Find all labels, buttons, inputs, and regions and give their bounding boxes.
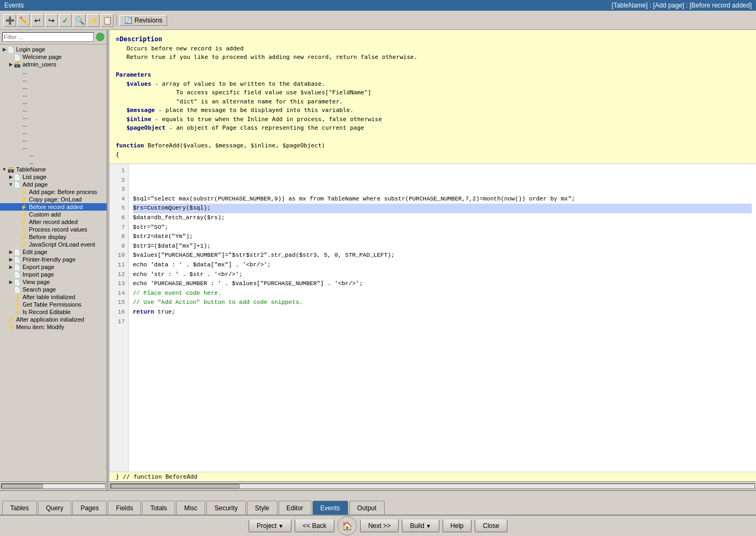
tree-item-list-page[interactable]: ▶ 📄 List page [0, 173, 107, 181]
left-hscroll-track[interactable] [1, 483, 106, 489]
tree-item-edit-page[interactable]: ▶ 📄 Edit page [0, 248, 107, 256]
left-hscroll-thumb[interactable] [2, 484, 43, 488]
back-button[interactable]: << Back [295, 519, 334, 532]
undo-button[interactable]: ↩ [31, 14, 44, 27]
tree-item-after-app-initialized[interactable]: ⚡ After application initialized [0, 316, 107, 323]
tree-item-grp11[interactable]: ... [0, 143, 107, 151]
tree-item-grp2[interactable]: ... [0, 76, 107, 83]
tree-item-before-record-added[interactable]: ⚡ Before record added [0, 203, 107, 211]
tree-label: Before record added [28, 204, 84, 210]
tab-misc[interactable]: Misc [176, 501, 206, 515]
line-number-11: 11 [113, 260, 125, 270]
tree-item-login-page[interactable]: ▶ 📄 Login page [0, 46, 107, 53]
tree-icon: 📄 [14, 182, 20, 188]
tree-container[interactable]: ▶ 📄 Login page 📄 Welcome page ▶ 🗃️ admin… [0, 44, 107, 481]
code-editor[interactable]: 1234567891011121314151617 $sql="select m… [109, 164, 756, 472]
revisions-button[interactable]: 🔄 Revisions [119, 15, 167, 26]
tree-item-grp1[interactable]: ... [0, 68, 107, 76]
tree-item-get-table-permissions[interactable]: ⚡ Get Table Permissions [0, 301, 107, 308]
title-bar: Events [TableName] : [Add page] : [Befor… [0, 0, 756, 11]
tree-expander[interactable]: ▶ [8, 279, 14, 285]
tree-item-before-display[interactable]: ⚡ Before display [0, 233, 107, 241]
line-numbers: 1234567891011121314151617 [109, 164, 129, 472]
tree-item-copy-onload[interactable]: ⚡ Copy page: OnLoad [0, 196, 107, 203]
redo-button[interactable]: ↪ [45, 14, 58, 27]
tree-expander[interactable]: ▶ [1, 47, 8, 52]
tree-icon: 📄 [14, 174, 20, 180]
tab-totals[interactable]: Totals [142, 501, 175, 515]
tree-item-tablename[interactable]: ▼ 🗃️ TableName [0, 166, 107, 173]
close-button[interactable]: Close [475, 519, 507, 532]
tree-item-search-page[interactable]: 📄 Search page [0, 286, 107, 293]
tree-item-grp4[interactable]: ... [0, 91, 107, 98]
tree-item-grp7[interactable]: ... [0, 113, 107, 121]
tree-item-before-process[interactable]: ⚡ Add page: Before process [0, 188, 107, 196]
project-button[interactable]: Project [249, 519, 291, 532]
tree-item-menu-modify[interactable]: ⚡ Menu item: Modify [0, 323, 107, 331]
tree-expander[interactable]: ▶ [8, 257, 14, 262]
tree-item-grp3[interactable]: ... [0, 83, 107, 91]
tree-expander[interactable]: ▼ [1, 167, 8, 172]
tree-item-process-record-values[interactable]: ⚡ Process record values [0, 226, 107, 233]
tree-label: Is Record Editable [21, 309, 72, 315]
help-button[interactable]: Help [443, 519, 472, 532]
code-content[interactable]: $sql="select max(substr(PURCHASE_NUMBER,… [129, 164, 756, 472]
tab-style[interactable]: Style [247, 501, 278, 515]
next-button[interactable]: Next >> [360, 519, 399, 532]
code-hscroll-track[interactable] [110, 483, 755, 489]
tree-item-welcome-page[interactable]: 📄 Welcome page [0, 53, 107, 61]
tree-label: Before display [28, 234, 68, 240]
code-line-8: $values["PURCHASE_NUMBER"]="$str$str2".s… [133, 251, 752, 260]
tree-label: TableName [15, 166, 47, 173]
tree-label: Welcome page [21, 54, 63, 60]
tree-expander[interactable]: ▶ [8, 249, 14, 255]
code-line-14: // Place event code here. [133, 289, 752, 299]
tree-expander[interactable]: ▶ [8, 174, 14, 180]
filter-input[interactable] [2, 32, 94, 42]
tab-editor[interactable]: Editor [279, 501, 311, 515]
tree-item-after-table-initialized[interactable]: ⚡ After table initialized [0, 293, 107, 301]
tab-fields[interactable]: Fields [108, 501, 141, 515]
action-button[interactable]: ⚡ [87, 14, 100, 27]
tree-item-grp8[interactable]: ... [0, 121, 107, 128]
edit-button[interactable]: ✏️ [17, 14, 30, 27]
tree-item-grp9[interactable]: ... [0, 128, 107, 136]
code-hscroll-thumb[interactable] [111, 484, 239, 488]
tree-expander[interactable]: ▶ [8, 62, 14, 67]
left-scrollbar[interactable] [0, 481, 107, 490]
code-scrollbar[interactable] [109, 481, 756, 490]
build-button[interactable]: Build [402, 519, 439, 532]
tab-output[interactable]: Output [349, 501, 385, 515]
tree-item-is-record-editable[interactable]: ⚡ Is Record Editable [0, 308, 107, 316]
tree-item-grp5[interactable]: ... [0, 98, 107, 106]
param-inline-name: $inline [126, 116, 151, 123]
tab-tables[interactable]: Tables [2, 501, 37, 515]
tree-item-after-record-added[interactable]: ⚡ After record added [0, 218, 107, 226]
tree-item-admin-users[interactable]: ▶ 🗃️ admin_users [0, 61, 107, 68]
tree-item-grp6[interactable]: ... [0, 106, 107, 113]
tree-item-grp10[interactable]: ... [0, 136, 107, 143]
search-button[interactable]: 🔍 [73, 14, 86, 27]
tab-events[interactable]: Events [312, 501, 348, 515]
tree-item-printer-friendly[interactable]: ▶ 📄 Printer-friendly page [0, 256, 107, 263]
tree-icon: ⚡ [14, 302, 20, 308]
tree-item-add-page[interactable]: ▼ 📄 Add page [0, 181, 107, 188]
tree-item-export-page[interactable]: ▶ 📄 Export page [0, 263, 107, 271]
extra-button[interactable]: 📋 [101, 14, 114, 27]
nav-home-icon[interactable]: 🏠 [338, 516, 357, 535]
tab-query[interactable]: Query [38, 501, 72, 515]
add-button[interactable]: ➕ [3, 14, 16, 27]
filter-apply-button[interactable] [96, 33, 104, 41]
tab-pages[interactable]: Pages [72, 501, 107, 515]
check-button[interactable]: ✓ [59, 14, 72, 27]
tree-item-javascript-onload[interactable]: ⚡ JavaScript OnLoad event [0, 241, 107, 248]
toolbar-separator [116, 15, 117, 26]
tree-item-grp13[interactable]: ... [0, 158, 107, 166]
tree-item-custom-add[interactable]: ⚡ Custom add [0, 211, 107, 218]
tree-item-grp12[interactable]: ... [0, 151, 107, 158]
tree-item-view-page[interactable]: ▶ 📄 View page [0, 278, 107, 286]
tab-security[interactable]: Security [206, 501, 245, 515]
tree-expander[interactable]: ▶ [8, 264, 14, 270]
tree-expander[interactable]: ▼ [8, 182, 14, 187]
tree-item-import-page[interactable]: 📄 Import page [0, 271, 107, 278]
